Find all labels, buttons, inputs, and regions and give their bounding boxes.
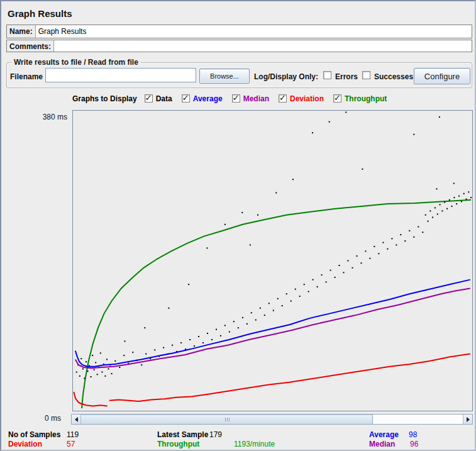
data-checkbox-label[interactable]: Data xyxy=(156,94,172,103)
average-stat-label: Average xyxy=(369,430,399,439)
name-input[interactable] xyxy=(35,25,472,38)
no-of-samples-label: No of Samples xyxy=(8,430,60,439)
average-stat-value: 98 xyxy=(409,430,417,439)
series-throughput-line xyxy=(82,200,471,408)
scrollbar-track[interactable] xyxy=(373,415,463,424)
no-of-samples-value: 119 xyxy=(67,430,79,439)
comments-row: Comments: xyxy=(6,40,472,52)
series-deviation-line xyxy=(74,392,107,406)
comments-input[interactable] xyxy=(53,40,472,52)
deviation-checkbox[interactable] xyxy=(279,94,287,103)
errors-checkbox-label[interactable]: Errors xyxy=(335,72,358,81)
plot-area xyxy=(72,110,473,411)
comments-label: Comments: xyxy=(7,40,53,52)
average-checkbox[interactable] xyxy=(182,94,190,103)
name-label: Name: xyxy=(7,25,35,38)
graphs-to-display-label: Graphs to Display xyxy=(72,94,137,103)
graph-results-panel: Graph Results Name: Comments: Write resu… xyxy=(0,0,476,451)
filename-label: Filename xyxy=(10,72,43,81)
legend-item-median: Median xyxy=(232,94,269,103)
legend-item-average: Average xyxy=(182,94,223,103)
data-checkbox[interactable] xyxy=(145,94,153,103)
errors-checkbox[interactable] xyxy=(323,71,331,79)
y-axis-min-label: 0 ms xyxy=(26,414,61,423)
median-checkbox[interactable] xyxy=(232,94,240,103)
throughput-checkbox-label[interactable]: Throughput xyxy=(345,94,387,103)
throughput-stat-label: Throughput xyxy=(157,440,199,448)
median-stat-value: 96 xyxy=(410,440,418,448)
legend-item-throughput: Throughput xyxy=(333,94,387,103)
scroll-right-icon xyxy=(467,417,470,422)
latest-sample-value: 179 xyxy=(209,430,222,439)
throughput-checkbox[interactable] xyxy=(333,94,341,103)
scrollbar-thumb[interactable] xyxy=(81,415,373,424)
scroll-right-button[interactable] xyxy=(463,415,472,424)
filename-input[interactable] xyxy=(45,68,196,82)
horizontal-scrollbar[interactable] xyxy=(71,414,473,425)
series-average-line xyxy=(75,280,470,367)
browse-button[interactable]: Browse... xyxy=(199,69,250,84)
series-data-points xyxy=(76,112,472,379)
median-checkbox-label[interactable]: Median xyxy=(243,94,269,103)
legend-item-deviation: Deviation xyxy=(279,94,324,103)
median-stat-label: Median xyxy=(369,440,395,448)
y-axis-max-label: 380 ms xyxy=(30,113,67,121)
name-row: Name: xyxy=(6,25,472,38)
configure-button[interactable]: Configure xyxy=(414,68,470,84)
deviation-checkbox-label[interactable]: Deviation xyxy=(290,94,324,103)
chart-canvas xyxy=(73,111,472,411)
average-checkbox-label[interactable]: Average xyxy=(193,94,223,103)
scroll-left-button[interactable] xyxy=(72,415,81,424)
throughput-stat-value: 1193/minute xyxy=(234,440,275,448)
scroll-left-icon xyxy=(75,417,78,422)
deviation-stat-label: Deviation xyxy=(8,440,42,448)
latest-sample-label: Latest Sample xyxy=(157,430,208,439)
write-results-groupbox-title: Write results to file / Read from file xyxy=(11,58,141,67)
log-display-only-label: Log/Display Only: xyxy=(254,72,318,81)
deviation-stat-value: 57 xyxy=(67,440,75,448)
graphs-to-display-row: Graphs to Display Data Average Median De… xyxy=(72,93,396,104)
page-title: Graph Results xyxy=(8,8,72,19)
legend-item-data: Data xyxy=(145,94,172,103)
series-deviation-line xyxy=(109,354,470,401)
successes-checkbox-label[interactable]: Successes xyxy=(374,72,413,81)
successes-checkbox[interactable] xyxy=(362,71,370,79)
